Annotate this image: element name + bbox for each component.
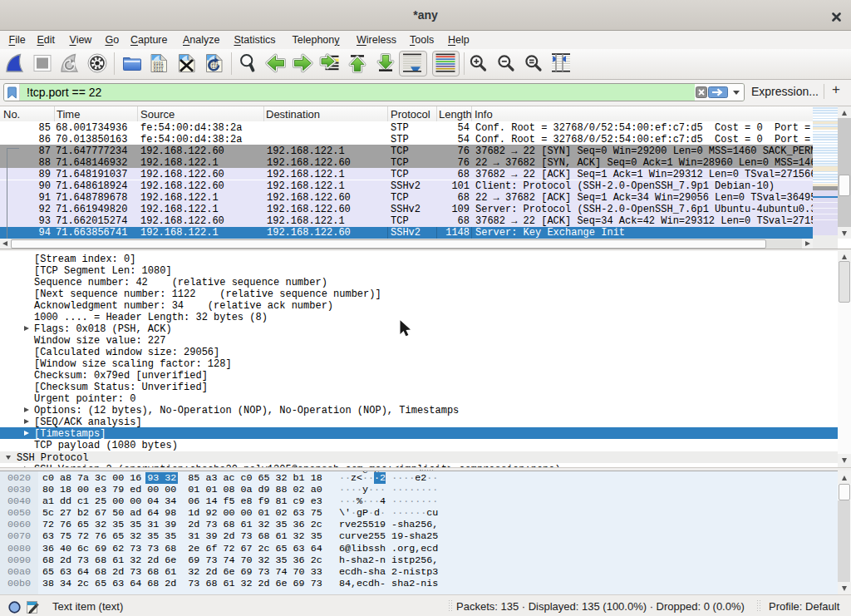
svg-text:0111: 0111 [154, 68, 164, 73]
